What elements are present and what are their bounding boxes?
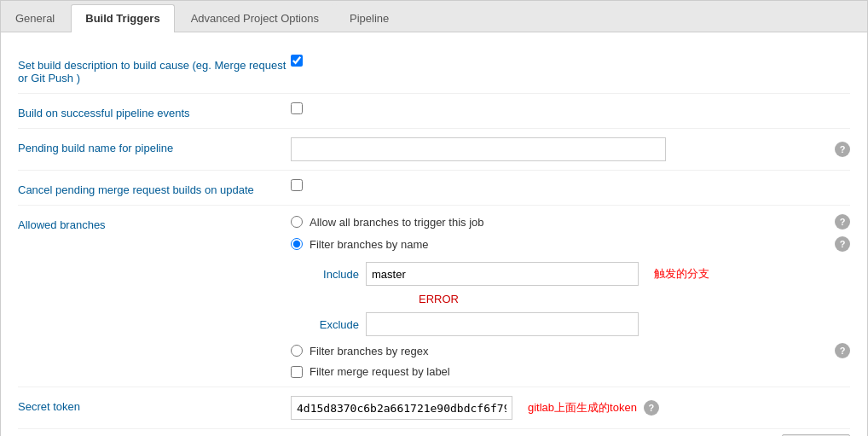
build-on-pipeline-control xyxy=(291,102,850,114)
tab-advanced-project-options[interactable]: Advanced Project Options xyxy=(176,4,333,32)
set-build-description-control xyxy=(291,55,850,67)
exclude-input[interactable] xyxy=(366,312,639,336)
set-build-description-checkbox[interactable] xyxy=(291,55,303,67)
filter-by-name-radio[interactable] xyxy=(291,238,303,250)
secret-token-label: Secret token xyxy=(18,396,291,413)
allow-all-help-icon[interactable]: ? xyxy=(835,214,850,230)
pending-build-name-help-icon[interactable]: ? xyxy=(835,142,850,157)
pending-build-name-input[interactable] xyxy=(291,137,666,161)
allow-all-radio-row: Allow all branches to trigger this job ? xyxy=(291,214,850,230)
set-build-description-label: Set build description to build cause (eg… xyxy=(18,55,291,84)
allowed-branches-label: Allowed branches xyxy=(18,214,291,231)
filter-by-regex-radio-row: Filter branches by regex ? xyxy=(291,343,850,358)
filter-by-name-label[interactable]: Filter branches by name xyxy=(310,238,428,251)
exclude-row: Exclude xyxy=(308,312,850,336)
set-build-description-row: Set build description to build cause (eg… xyxy=(18,46,850,94)
allow-all-label[interactable]: Allow all branches to trigger this job xyxy=(310,216,484,229)
include-label: Include xyxy=(308,268,359,281)
generate-row: Generate xyxy=(18,429,850,436)
secret-token-input[interactable] xyxy=(291,396,512,420)
cancel-pending-checkbox[interactable] xyxy=(291,179,303,191)
filter-by-regex-radio[interactable] xyxy=(291,345,303,357)
form-content: Set build description to build cause (eg… xyxy=(1,32,867,436)
filter-by-regex-label[interactable]: Filter branches by regex xyxy=(310,345,428,358)
allowed-branches-options: Allow all branches to trigger this job ?… xyxy=(291,214,850,378)
include-annotation: 触发的分支 xyxy=(654,266,709,282)
error-row: ERROR xyxy=(308,293,850,305)
include-row: Include 触发的分支 xyxy=(308,262,850,286)
tab-pipeline[interactable]: Pipeline xyxy=(335,4,403,32)
pending-build-name-label: Pending build name for pipeline xyxy=(18,137,291,154)
tab-bar: General Build Triggers Advanced Project … xyxy=(1,1,867,32)
build-on-pipeline-row: Build on successful pipeline events xyxy=(18,94,850,129)
include-input[interactable] xyxy=(366,262,639,286)
tab-build-triggers[interactable]: Build Triggers xyxy=(71,4,174,32)
pending-build-name-row: Pending build name for pipeline ? xyxy=(18,129,850,171)
cancel-pending-row: Cancel pending merge request builds on u… xyxy=(18,171,850,206)
cancel-pending-control xyxy=(291,179,850,191)
filter-by-regex-help-icon[interactable]: ? xyxy=(835,343,850,358)
filter-merge-request-radio-row: Filter merge request by label xyxy=(291,365,850,378)
secret-token-control: gitlab上面生成的token ? xyxy=(291,396,850,420)
secret-token-help-icon[interactable]: ? xyxy=(644,400,659,416)
exclude-label: Exclude xyxy=(308,318,359,331)
tab-general[interactable]: General xyxy=(1,4,69,32)
filter-by-name-help-icon[interactable]: ? xyxy=(835,236,850,252)
build-on-pipeline-label: Build on successful pipeline events xyxy=(18,102,291,119)
allowed-branches-row: Allowed branches Allow all branches to t… xyxy=(18,206,850,387)
secret-token-row: Secret token gitlab上面生成的token ? xyxy=(18,387,850,429)
error-link[interactable]: ERROR xyxy=(419,293,459,305)
filter-merge-request-label[interactable]: Filter merge request by label xyxy=(310,365,450,378)
allow-all-radio[interactable] xyxy=(291,216,303,228)
filter-by-name-radio-row: Filter branches by name ? xyxy=(291,236,850,252)
cancel-pending-label: Cancel pending merge request builds on u… xyxy=(18,179,291,196)
filter-sub-fields: Include 触发的分支 ERROR Exclude xyxy=(308,262,850,336)
secret-token-annotation: gitlab上面生成的token xyxy=(528,400,637,416)
pending-build-name-control: ? xyxy=(291,137,850,161)
build-on-pipeline-checkbox[interactable] xyxy=(291,102,303,114)
filter-merge-request-checkbox[interactable] xyxy=(291,366,303,378)
